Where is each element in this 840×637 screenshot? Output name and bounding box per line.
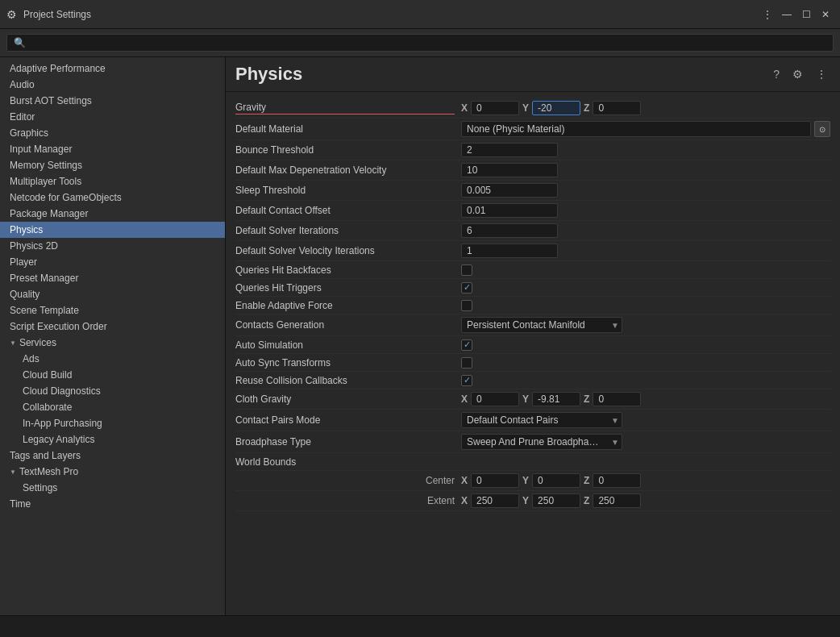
extent-z-input[interactable]: [593, 493, 641, 508]
sidebar-item-label: Preset Manager: [10, 273, 78, 284]
sidebar-item-ads[interactable]: Ads: [0, 351, 225, 367]
prop-row-queries-hit-triggers: Queries Hit Triggers: [235, 279, 830, 297]
sidebar-item-label: Collaborate: [23, 402, 72, 413]
dropdown-select[interactable]: Sweep And Prune Broadpha…: [461, 434, 622, 450]
prop-row-reuse-collision-callbacks: Reuse Collision Callbacks: [235, 372, 830, 389]
sidebar-item-services[interactable]: ▼Services: [0, 335, 225, 351]
prop-value-default-contact-offset: [461, 203, 830, 218]
sidebar-item-script-execution-order[interactable]: Script Execution Order: [0, 318, 225, 335]
sidebar-item-tags-and-layers[interactable]: Tags and Layers: [0, 448, 225, 464]
checkbox[interactable]: [461, 282, 472, 294]
value-input[interactable]: [461, 203, 558, 218]
prop-label: Reuse Collision Callbacks: [235, 375, 461, 386]
sidebar-item-burst-aot-settings[interactable]: Burst AOT Settings: [0, 93, 225, 109]
prop-label: Contacts Generation: [235, 319, 461, 331]
sidebar-item-cloud-diagnostics[interactable]: Cloud Diagnostics: [0, 383, 225, 399]
sidebar-item-preset-manager[interactable]: Preset Manager: [0, 270, 225, 286]
checkbox[interactable]: [461, 300, 472, 311]
checkbox[interactable]: [461, 375, 472, 386]
main-layout: Adaptive PerformanceAudioBurst AOT Setti…: [0, 57, 840, 615]
extent-x-input[interactable]: [471, 493, 519, 508]
prop-label: Default Contact Offset: [235, 205, 461, 216]
center-x-input[interactable]: [471, 473, 519, 488]
sidebar-item-label: Cloud Diagnostics: [23, 385, 101, 397]
sidebar-item-netcode-for-gameobjects[interactable]: Netcode for GameObjects: [0, 189, 225, 206]
prop-label: Bounce Threshold: [235, 144, 461, 156]
sidebar-item-scene-template[interactable]: Scene Template: [0, 302, 225, 318]
prop-row-gravity: GravityXYZ: [235, 98, 830, 119]
checkbox[interactable]: [461, 339, 472, 351]
sidebar-item-legacy-analytics[interactable]: Legacy Analytics: [0, 431, 225, 448]
prop-label: Sleep Threshold: [235, 185, 461, 196]
header-menu-button[interactable]: ⋮: [813, 66, 830, 82]
sidebar-item-collaborate[interactable]: Collaborate: [0, 399, 225, 415]
sidebar: Adaptive PerformanceAudioBurst AOT Setti…: [0, 57, 226, 615]
checkbox[interactable]: [461, 357, 472, 368]
dropdown-select[interactable]: Persistent Contact Manifold: [461, 317, 622, 333]
prop-row-enable-adaptive-force: Enable Adaptive Force: [235, 297, 830, 314]
sidebar-item-memory-settings[interactable]: Memory Settings: [0, 157, 225, 173]
menu-dots-button[interactable]: ⋮: [759, 6, 776, 23]
prop-value-cloth-gravity: XYZ: [461, 392, 830, 406]
world-bounds-center-row: Center X Y Z: [235, 471, 830, 491]
sidebar-item-in-app-purchasing[interactable]: In-App Purchasing: [0, 415, 225, 431]
material-select-button[interactable]: ⊙: [814, 121, 830, 137]
sidebar-item-audio[interactable]: Audio: [0, 77, 225, 93]
sidebar-item-textmesh-pro[interactable]: ▼TextMesh Pro: [0, 464, 225, 480]
sidebar-item-label: Physics 2D: [10, 240, 58, 252]
y-label: Y: [522, 393, 529, 405]
prop-label: Default Solver Velocity Iterations: [235, 245, 461, 256]
center-z-label: Z: [584, 475, 589, 486]
sidebar-item-quality[interactable]: Quality: [0, 286, 225, 302]
sidebar-item-label: Memory Settings: [10, 160, 82, 171]
dropdown-select[interactable]: Default Contact Pairs: [461, 412, 622, 428]
sidebar-item-graphics[interactable]: Graphics: [0, 125, 225, 141]
close-button[interactable]: ✕: [817, 6, 834, 23]
z-input[interactable]: [593, 101, 641, 115]
value-input[interactable]: [461, 223, 558, 238]
prop-value-queries-hit-backfaces: [461, 264, 830, 276]
z-input[interactable]: [593, 392, 641, 406]
checkbox[interactable]: [461, 264, 472, 276]
minimize-button[interactable]: —: [779, 6, 795, 23]
sidebar-item-package-manager[interactable]: Package Manager: [0, 206, 225, 222]
center-y-input[interactable]: [532, 473, 580, 488]
sidebar-item-physics-2d[interactable]: Physics 2D: [0, 238, 225, 254]
center-z-input[interactable]: [593, 473, 641, 488]
sidebar-item-multiplayer-tools[interactable]: Multiplayer Tools: [0, 173, 225, 189]
sidebar-item-label: Player: [10, 256, 37, 268]
prop-value-sleep-threshold: [461, 183, 830, 198]
sidebar-item-physics[interactable]: Physics: [0, 222, 225, 238]
prop-label: Default Solver Iterations: [235, 225, 461, 236]
value-input[interactable]: [461, 143, 558, 157]
sidebar-item-time[interactable]: Time: [0, 496, 225, 512]
value-input[interactable]: [461, 183, 558, 198]
prop-row-contact-pairs-mode: Contact Pairs ModeDefault Contact Pairs▼: [235, 410, 830, 431]
sidebar-item-player[interactable]: Player: [0, 254, 225, 270]
sidebar-item-settings[interactable]: Settings: [0, 480, 225, 496]
search-input[interactable]: [6, 34, 834, 52]
content-panel: Physics ? ⚙ ⋮ GravityXYZDefault Material…: [226, 57, 840, 615]
window-controls: ⋮ — ☐ ✕: [759, 6, 834, 23]
extent-y-input[interactable]: [532, 493, 580, 508]
sidebar-item-cloud-build[interactable]: Cloud Build: [0, 367, 225, 383]
y-input[interactable]: [532, 101, 580, 115]
x-input[interactable]: [471, 392, 519, 406]
y-input[interactable]: [532, 392, 580, 406]
prop-label: Queries Hit Triggers: [235, 282, 461, 294]
value-input[interactable]: [461, 163, 558, 177]
x-input[interactable]: [471, 101, 519, 115]
header-settings-button[interactable]: ⚙: [789, 66, 806, 82]
sidebar-item-adaptive-performance[interactable]: Adaptive Performance: [0, 60, 225, 77]
value-input[interactable]: [461, 244, 558, 258]
prop-row-auto-simulation: Auto Simulation: [235, 336, 830, 354]
x-label: X: [461, 393, 468, 405]
prop-label: Cloth Gravity: [235, 393, 461, 405]
prop-row-cloth-gravity: Cloth GravityXYZ: [235, 389, 830, 410]
maximize-button[interactable]: ☐: [798, 6, 814, 23]
sidebar-item-input-manager[interactable]: Input Manager: [0, 141, 225, 157]
help-button[interactable]: ?: [770, 66, 783, 82]
sidebar-item-label: Script Execution Order: [10, 321, 107, 332]
sidebar-item-editor[interactable]: Editor: [0, 109, 225, 125]
prop-row-default-max-depenetration-velocity: Default Max Depenetration Velocity: [235, 160, 830, 181]
